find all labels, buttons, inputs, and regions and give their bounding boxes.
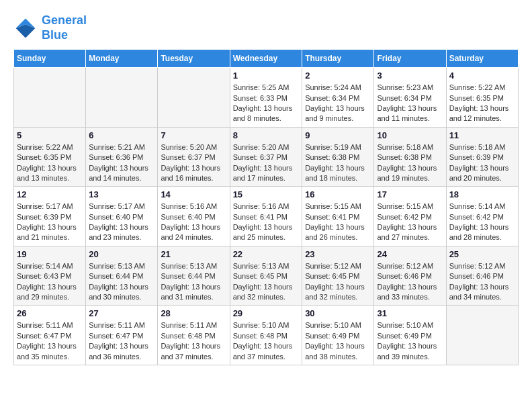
day-number: 22 <box>233 249 300 259</box>
calendar: SundayMondayTuesdayWednesdayThursdayFrid… <box>13 49 519 365</box>
page-header: General Blue <box>13 13 519 42</box>
weekday-header-friday: Friday <box>374 50 446 68</box>
day-number: 17 <box>377 189 443 199</box>
day-info: Sunrise: 5:13 AM Sunset: 6:45 PM Dayligh… <box>233 261 300 303</box>
calendar-cell: 30Sunrise: 5:10 AM Sunset: 6:49 PM Dayli… <box>302 306 374 365</box>
calendar-cell <box>446 306 518 365</box>
calendar-cell: 22Sunrise: 5:13 AM Sunset: 6:45 PM Dayli… <box>230 246 302 306</box>
day-info: Sunrise: 5:15 AM Sunset: 6:42 PM Dayligh… <box>377 201 443 243</box>
calendar-body: 1Sunrise: 5:25 AM Sunset: 6:33 PM Daylig… <box>14 68 519 365</box>
calendar-cell: 8Sunrise: 5:20 AM Sunset: 6:37 PM Daylig… <box>230 127 302 187</box>
day-info: Sunrise: 5:11 AM Sunset: 6:47 PM Dayligh… <box>17 320 83 362</box>
calendar-cell: 14Sunrise: 5:16 AM Sunset: 6:40 PM Dayli… <box>158 187 230 246</box>
day-info: Sunrise: 5:12 AM Sunset: 6:46 PM Dayligh… <box>377 261 443 303</box>
calendar-cell: 7Sunrise: 5:20 AM Sunset: 6:37 PM Daylig… <box>158 127 230 187</box>
day-number: 6 <box>89 130 154 140</box>
day-number: 9 <box>305 130 371 140</box>
day-number: 10 <box>377 130 443 140</box>
calendar-cell: 25Sunrise: 5:12 AM Sunset: 6:46 PM Dayli… <box>446 246 518 306</box>
logo-text: General Blue <box>42 13 87 42</box>
day-number: 24 <box>377 249 443 259</box>
calendar-cell: 24Sunrise: 5:12 AM Sunset: 6:46 PM Dayli… <box>374 246 446 306</box>
day-number: 18 <box>449 189 515 199</box>
day-info: Sunrise: 5:25 AM Sunset: 6:33 PM Dayligh… <box>233 83 300 124</box>
calendar-cell: 1Sunrise: 5:25 AM Sunset: 6:33 PM Daylig… <box>230 68 302 128</box>
day-info: Sunrise: 5:10 AM Sunset: 6:49 PM Dayligh… <box>305 320 371 362</box>
day-number: 27 <box>89 308 154 318</box>
calendar-week-3: 12Sunrise: 5:17 AM Sunset: 6:39 PM Dayli… <box>14 187 519 246</box>
day-info: Sunrise: 5:20 AM Sunset: 6:37 PM Dayligh… <box>161 142 226 184</box>
day-number: 23 <box>305 249 371 259</box>
weekday-header-row: SundayMondayTuesdayWednesdayThursdayFrid… <box>14 50 519 68</box>
day-number: 12 <box>17 189 83 199</box>
calendar-cell <box>14 68 86 128</box>
calendar-header: SundayMondayTuesdayWednesdayThursdayFrid… <box>14 50 519 68</box>
calendar-cell <box>158 68 230 128</box>
day-number: 31 <box>377 308 443 318</box>
calendar-cell: 4Sunrise: 5:22 AM Sunset: 6:35 PM Daylig… <box>446 68 518 128</box>
day-info: Sunrise: 5:12 AM Sunset: 6:45 PM Dayligh… <box>305 261 371 303</box>
calendar-cell <box>86 68 158 128</box>
calendar-cell: 23Sunrise: 5:12 AM Sunset: 6:45 PM Dayli… <box>302 246 374 306</box>
calendar-cell: 31Sunrise: 5:10 AM Sunset: 6:49 PM Dayli… <box>374 306 446 365</box>
day-number: 2 <box>305 71 371 81</box>
day-info: Sunrise: 5:12 AM Sunset: 6:46 PM Dayligh… <box>449 261 515 303</box>
day-number: 26 <box>17 308 83 318</box>
day-info: Sunrise: 5:16 AM Sunset: 6:40 PM Dayligh… <box>161 201 226 243</box>
day-number: 25 <box>449 249 515 259</box>
day-number: 7 <box>161 130 226 140</box>
calendar-cell: 16Sunrise: 5:15 AM Sunset: 6:41 PM Dayli… <box>302 187 374 246</box>
day-info: Sunrise: 5:11 AM Sunset: 6:47 PM Dayligh… <box>89 320 154 362</box>
day-info: Sunrise: 5:20 AM Sunset: 6:37 PM Dayligh… <box>233 142 300 184</box>
day-info: Sunrise: 5:10 AM Sunset: 6:49 PM Dayligh… <box>377 320 443 362</box>
day-number: 8 <box>233 130 300 140</box>
calendar-week-2: 5Sunrise: 5:22 AM Sunset: 6:35 PM Daylig… <box>14 127 519 187</box>
day-number: 13 <box>89 189 154 199</box>
logo-icon <box>13 16 38 40</box>
day-number: 14 <box>161 189 226 199</box>
day-info: Sunrise: 5:19 AM Sunset: 6:38 PM Dayligh… <box>305 142 371 184</box>
calendar-cell: 2Sunrise: 5:24 AM Sunset: 6:34 PM Daylig… <box>302 68 374 128</box>
day-number: 3 <box>377 71 443 81</box>
calendar-cell: 9Sunrise: 5:19 AM Sunset: 6:38 PM Daylig… <box>302 127 374 187</box>
calendar-cell: 15Sunrise: 5:16 AM Sunset: 6:41 PM Dayli… <box>230 187 302 246</box>
day-info: Sunrise: 5:18 AM Sunset: 6:38 PM Dayligh… <box>377 142 443 184</box>
calendar-cell: 18Sunrise: 5:14 AM Sunset: 6:42 PM Dayli… <box>446 187 518 246</box>
calendar-cell: 11Sunrise: 5:18 AM Sunset: 6:39 PM Dayli… <box>446 127 518 187</box>
day-number: 20 <box>89 249 154 259</box>
weekday-header-thursday: Thursday <box>302 50 374 68</box>
calendar-cell: 21Sunrise: 5:13 AM Sunset: 6:44 PM Dayli… <box>158 246 230 306</box>
day-number: 28 <box>161 308 226 318</box>
day-number: 30 <box>305 308 371 318</box>
calendar-week-4: 19Sunrise: 5:14 AM Sunset: 6:43 PM Dayli… <box>14 246 519 306</box>
weekday-header-monday: Monday <box>86 50 158 68</box>
day-number: 4 <box>449 71 515 81</box>
day-info: Sunrise: 5:13 AM Sunset: 6:44 PM Dayligh… <box>161 261 226 303</box>
day-info: Sunrise: 5:17 AM Sunset: 6:39 PM Dayligh… <box>17 201 83 243</box>
day-number: 5 <box>17 130 83 140</box>
day-info: Sunrise: 5:15 AM Sunset: 6:41 PM Dayligh… <box>305 201 371 243</box>
calendar-cell: 12Sunrise: 5:17 AM Sunset: 6:39 PM Dayli… <box>14 187 86 246</box>
calendar-cell: 17Sunrise: 5:15 AM Sunset: 6:42 PM Dayli… <box>374 187 446 246</box>
day-number: 29 <box>233 308 300 318</box>
weekday-header-wednesday: Wednesday <box>230 50 302 68</box>
calendar-cell: 27Sunrise: 5:11 AM Sunset: 6:47 PM Dayli… <box>86 306 158 365</box>
calendar-week-1: 1Sunrise: 5:25 AM Sunset: 6:33 PM Daylig… <box>14 68 519 128</box>
logo: General Blue <box>13 13 87 42</box>
day-number: 15 <box>233 189 300 199</box>
day-info: Sunrise: 5:22 AM Sunset: 6:35 PM Dayligh… <box>449 83 515 124</box>
calendar-cell: 6Sunrise: 5:21 AM Sunset: 6:36 PM Daylig… <box>86 127 158 187</box>
day-info: Sunrise: 5:21 AM Sunset: 6:36 PM Dayligh… <box>89 142 154 184</box>
day-number: 19 <box>17 249 83 259</box>
weekday-header-saturday: Saturday <box>446 50 518 68</box>
day-info: Sunrise: 5:14 AM Sunset: 6:43 PM Dayligh… <box>17 261 83 303</box>
calendar-cell: 28Sunrise: 5:11 AM Sunset: 6:48 PM Dayli… <box>158 306 230 365</box>
weekday-header-sunday: Sunday <box>14 50 86 68</box>
day-info: Sunrise: 5:14 AM Sunset: 6:42 PM Dayligh… <box>449 201 515 243</box>
calendar-cell: 10Sunrise: 5:18 AM Sunset: 6:38 PM Dayli… <box>374 127 446 187</box>
day-info: Sunrise: 5:10 AM Sunset: 6:48 PM Dayligh… <box>233 320 300 362</box>
calendar-cell: 19Sunrise: 5:14 AM Sunset: 6:43 PM Dayli… <box>14 246 86 306</box>
day-info: Sunrise: 5:16 AM Sunset: 6:41 PM Dayligh… <box>233 201 300 243</box>
calendar-cell: 29Sunrise: 5:10 AM Sunset: 6:48 PM Dayli… <box>230 306 302 365</box>
day-info: Sunrise: 5:24 AM Sunset: 6:34 PM Dayligh… <box>305 83 371 124</box>
